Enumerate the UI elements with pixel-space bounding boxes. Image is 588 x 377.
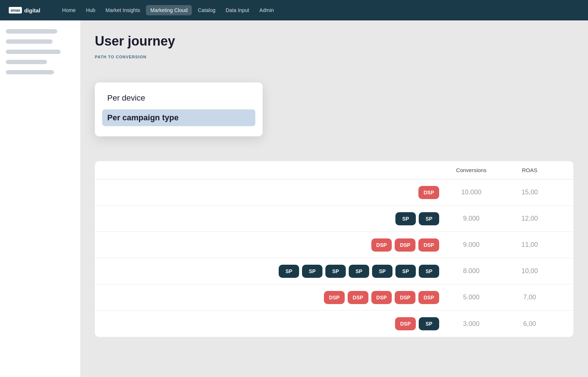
dropdown-card: Per devicePer campaign type xyxy=(95,82,263,136)
nav-item-marketing-cloud[interactable]: Marketing Cloud xyxy=(146,5,192,15)
badges-area: SPSPSPSPSPSPSP xyxy=(109,265,442,278)
badges-area: SPSP xyxy=(109,212,442,225)
table-row: DSPDSPDSPDSPDSP5.0007,00 xyxy=(95,284,573,311)
badge-sp: SP xyxy=(395,212,416,225)
badge-sp: SP xyxy=(302,265,322,278)
nav-items: HomeHubMarket InsightsMarketing CloudCat… xyxy=(58,5,278,15)
main-content: User journey PATH TO CONVERSION Per devi… xyxy=(80,20,588,377)
brand-logo: emax digital xyxy=(9,7,40,13)
cell-conversions: 9.000 xyxy=(442,241,500,249)
badge-dsp: DSP xyxy=(348,291,368,304)
cell-conversions: 3.000 xyxy=(442,320,500,328)
nav-item-catalog[interactable]: Catalog xyxy=(193,5,220,15)
badge-dsp: DSP xyxy=(418,291,439,304)
nav-item-admin[interactable]: Admin xyxy=(255,5,278,15)
badge-sp: SP xyxy=(279,265,299,278)
sidebar xyxy=(0,20,80,377)
cell-roas: 10,00 xyxy=(500,267,559,275)
dropdown-option-per-campaign-type[interactable]: Per campaign type xyxy=(102,109,255,126)
badges-area: DSPDSPDSP xyxy=(109,238,442,252)
table-rows: DSP10.00015,00SPSP9.00012,00DSPDSPDSP9.0… xyxy=(95,179,573,337)
table-row: SPSPSPSPSPSPSP8.00010,00 xyxy=(95,258,573,284)
cell-roas: 12,00 xyxy=(500,215,559,222)
badges-area: DSPSP xyxy=(109,317,442,330)
cell-conversions: 9.000 xyxy=(442,215,500,222)
badge-sp: SP xyxy=(419,317,439,330)
cell-conversions: 10.000 xyxy=(442,188,500,196)
badge-dsp: DSP xyxy=(395,238,415,252)
logo-box: emax xyxy=(9,7,22,13)
cell-roas: 6,00 xyxy=(500,320,559,328)
nav-item-market-insights[interactable]: Market Insights xyxy=(101,5,144,15)
sidebar-line-3 xyxy=(6,50,61,54)
cell-conversions: 8.000 xyxy=(442,267,500,275)
data-table: Conversions ROAS DSP10.00015,00SPSP9.000… xyxy=(95,161,573,337)
cell-roas: 11,00 xyxy=(500,241,559,249)
badge-dsp: DSP xyxy=(395,317,416,330)
dropdown-options: Per devicePer campaign type xyxy=(102,90,255,126)
sidebar-line-2 xyxy=(6,39,53,44)
page-title: User journey xyxy=(95,34,573,49)
badge-sp: SP xyxy=(419,212,439,225)
nav-item-data-input[interactable]: Data Input xyxy=(221,5,254,15)
cell-conversions: 5.000 xyxy=(442,294,500,301)
badge-sp: SP xyxy=(325,265,346,278)
logo-text: digital xyxy=(24,7,40,13)
section-label: PATH TO CONVERSION xyxy=(95,55,573,59)
badge-sp: SP xyxy=(419,265,439,278)
badge-dsp: DSP xyxy=(418,238,439,252)
cell-roas: 7,00 xyxy=(500,294,559,301)
page-layout: User journey PATH TO CONVERSION Per devi… xyxy=(0,20,588,377)
table-header-row: Conversions ROAS xyxy=(95,161,573,179)
badge-sp: SP xyxy=(395,265,416,278)
sidebar-line-1 xyxy=(6,29,57,34)
badges-area: DSP xyxy=(109,186,442,199)
table-row: SPSP9.00012,00 xyxy=(95,206,573,232)
table-row: DSPSP3.0006,00 xyxy=(95,311,573,337)
col-header-conversions: Conversions xyxy=(442,167,500,173)
table-row: DSPDSPDSP9.00011,00 xyxy=(95,232,573,258)
sidebar-line-5 xyxy=(6,70,54,74)
table-row: DSP10.00015,00 xyxy=(95,179,573,206)
badge-sp: SP xyxy=(349,265,369,278)
badge-dsp: DSP xyxy=(324,291,345,304)
badge-dsp: DSP xyxy=(371,238,392,252)
badge-sp: SP xyxy=(372,265,392,278)
cell-roas: 15,00 xyxy=(500,188,559,196)
nav-item-home[interactable]: Home xyxy=(58,5,80,15)
badge-dsp: DSP xyxy=(395,291,415,304)
col-header-roas: ROAS xyxy=(500,167,559,173)
badge-dsp: DSP xyxy=(418,186,439,199)
navbar: emax digital HomeHubMarket InsightsMarke… xyxy=(0,0,588,20)
badges-area: DSPDSPDSPDSPDSP xyxy=(109,291,442,304)
dropdown-option-per-device[interactable]: Per device xyxy=(102,90,255,106)
badge-dsp: DSP xyxy=(371,291,392,304)
nav-item-hub[interactable]: Hub xyxy=(82,5,100,15)
sidebar-line-4 xyxy=(6,60,47,64)
